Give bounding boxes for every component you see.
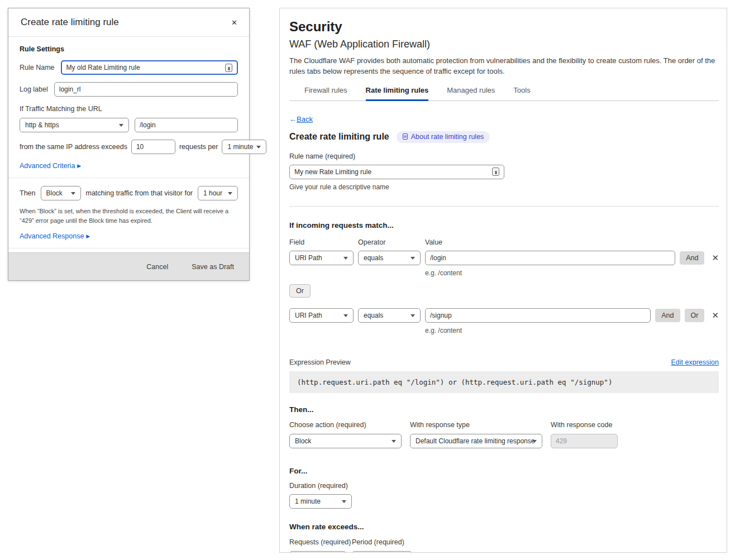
traffic-match-label: If Traffic Matching the URL — [20, 105, 238, 113]
for-heading: For... — [289, 467, 719, 475]
expression-preview-code: (http.request.uri.path eq "/login") or (… — [289, 371, 719, 393]
divider — [289, 206, 719, 207]
block-duration-value: 1 hour — [203, 189, 222, 197]
divider — [8, 248, 249, 248]
response-type-label: With response type — [410, 421, 542, 429]
url-field[interactable] — [135, 118, 238, 132]
requests-field[interactable] — [289, 551, 346, 553]
action-label: Choose action (required) — [289, 421, 402, 429]
operator-column-label: Operator — [358, 238, 421, 246]
advanced-response-link[interactable]: Advanced Response ▶ — [20, 232, 90, 240]
edit-expression-link[interactable]: Edit expression — [671, 358, 719, 366]
about-badge-label: About rate limiting rules — [411, 133, 484, 141]
then-middle-text: matching traffic from that visitor for — [86, 189, 193, 197]
value-input[interactable] — [430, 312, 646, 319]
operator-select-value: equals — [364, 254, 383, 262]
period-select[interactable]: 1 minute — [222, 140, 266, 154]
log-label-field[interactable] — [54, 82, 238, 97]
password-manager-icon[interactable] — [492, 167, 499, 176]
advanced-criteria-link[interactable]: Advanced Criteria ▶ — [20, 162, 81, 170]
waf-panel: Security WAF (Web Application Firewall) … — [279, 8, 727, 553]
response-type-value: Default Cloudflare rate limiting respons… — [416, 437, 534, 445]
page-title: Security — [289, 19, 719, 35]
dialog-title: Create rate limiting rule — [21, 17, 119, 28]
dialog-footer: Cancel Save as Draft — [8, 252, 249, 280]
advanced-response-label: Advanced Response — [20, 232, 84, 240]
response-type-select[interactable]: Default Cloudflare rate limiting respons… — [410, 434, 542, 448]
or-connector-button[interactable]: Or — [289, 284, 311, 298]
duration-select-value: 1 minute — [295, 497, 321, 505]
value-column-label: Value — [425, 238, 719, 246]
rule-name-input[interactable] — [66, 64, 225, 71]
rule-name-help: Give your rule a descriptive name — [289, 183, 719, 191]
advanced-criteria-label: Advanced Criteria — [20, 162, 75, 170]
remove-condition-icon[interactable]: ✕ — [712, 311, 719, 319]
period-select[interactable]: 1 minute — [352, 551, 412, 553]
and-button[interactable]: And — [655, 309, 680, 322]
value-hint: e.g. /content — [425, 327, 719, 334]
rule-name-input[interactable] — [294, 168, 492, 176]
rate-heading: When rate exceeds... — [289, 523, 719, 531]
then-label: Then — [20, 189, 36, 197]
threshold-field[interactable] — [131, 140, 175, 154]
period-label: Period (required) — [352, 538, 412, 546]
tab-tools[interactable]: Tools — [513, 86, 530, 100]
rule-name-label: Rule Name — [20, 64, 55, 71]
response-code-field — [551, 434, 618, 448]
value-field[interactable] — [425, 251, 675, 265]
condition-row: URI Path equals And ✕ — [289, 251, 719, 265]
save-as-draft-button[interactable]: Save as Draft — [192, 263, 234, 271]
scheme-select-value: http & https — [25, 121, 59, 129]
block-note: When “Block” is set, when the threshold … — [20, 207, 238, 226]
block-duration-select[interactable]: 1 hour — [198, 186, 238, 200]
rule-name-field[interactable] — [289, 165, 504, 179]
action-select[interactable]: Block — [289, 434, 402, 448]
operator-select[interactable]: equals — [358, 251, 421, 265]
close-icon[interactable]: ✕ — [231, 18, 237, 27]
threshold-input[interactable] — [136, 143, 170, 151]
or-button[interactable]: Or — [685, 309, 705, 322]
value-input[interactable] — [430, 254, 670, 262]
tab-rate-limiting-rules[interactable]: Rate limiting rules — [366, 86, 429, 101]
threshold-prefix-text: from the same IP address exceeds — [20, 143, 127, 151]
field-select[interactable]: URI Path — [289, 251, 354, 265]
url-input[interactable] — [140, 121, 233, 129]
duration-select[interactable]: 1 minute — [289, 494, 352, 509]
log-label-input[interactable] — [59, 85, 233, 93]
condition-row: URI Path equals And Or ✕ — [289, 308, 719, 323]
about-rate-limiting-badge[interactable]: About rate limiting rules — [397, 131, 490, 143]
tab-managed-rules[interactable]: Managed rules — [447, 86, 495, 100]
form-title: Create rate limiting rule — [289, 132, 389, 142]
tab-firewall-rules[interactable]: Firewall rules — [304, 86, 347, 100]
password-manager-icon[interactable] — [225, 64, 232, 72]
log-label-label: Log label — [20, 85, 48, 93]
duration-label: Duration (required) — [289, 482, 719, 490]
cancel-button[interactable]: Cancel — [146, 263, 168, 271]
back-label: Back — [297, 115, 313, 123]
value-hint: e.g. /content — [425, 269, 719, 277]
rule-name-field[interactable] — [61, 60, 238, 75]
then-heading: Then... — [289, 405, 719, 414]
remove-condition-icon[interactable]: ✕ — [712, 253, 719, 262]
field-select[interactable]: URI Path — [289, 308, 354, 323]
page-description: The Cloudflare WAF provides both automat… — [289, 56, 717, 77]
value-field[interactable] — [425, 308, 651, 323]
action-select-value: Block — [46, 189, 63, 197]
period-select-value: 1 minute — [227, 143, 253, 151]
tab-bar: Firewall rules Rate limiting rules Manag… — [289, 86, 719, 101]
rule-name-label: Rule name (required) — [289, 152, 719, 160]
dialog-body: Rule Settings Rule Name Log label If Tra… — [8, 37, 249, 264]
scheme-select[interactable]: http & https — [20, 118, 129, 132]
field-select-value: URI Path — [295, 312, 322, 319]
operator-select[interactable]: equals — [358, 308, 421, 323]
action-select[interactable]: Block — [41, 186, 81, 200]
divider — [8, 178, 249, 178]
and-button[interactable]: And — [680, 251, 704, 265]
threshold-middle-text: requests per — [179, 143, 218, 151]
rule-settings-heading: Rule Settings — [20, 45, 238, 53]
response-code-label: With response code — [551, 421, 618, 429]
document-icon — [403, 133, 408, 140]
legacy-rate-limit-dialog: Create rate limiting rule ✕ Rule Setting… — [8, 8, 250, 281]
match-heading: If incoming requests match... — [289, 221, 719, 229]
back-link[interactable]: ←Back — [289, 115, 313, 123]
